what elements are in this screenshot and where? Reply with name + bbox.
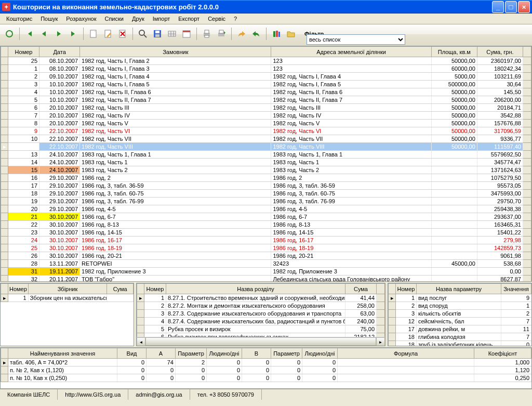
- table-row[interactable]: 1729.10.20071986 год, 3, табл. 36-591986…: [1, 182, 531, 190]
- table-row[interactable]: 720.10.20071982 год, Часть IV1982 год, Ч…: [1, 112, 531, 120]
- table-row[interactable]: 2508.10.20071982 год, Часть I, Глава 212…: [1, 57, 531, 65]
- menubar: КошторисПошукРозрахунокСпискиДрукІмпортЕ…: [0, 14, 532, 24]
- table-row[interactable]: 2630.10.20071986 год, 20-211986 год, 20-…: [1, 252, 531, 260]
- table-row[interactable]: ▸1122.10.20071982 год, Часть VIII1982 го…: [1, 143, 531, 151]
- grid-icon[interactable]: [166, 28, 178, 40]
- minimize-button[interactable]: _: [492, 1, 504, 13]
- table-row[interactable]: 2330.10.20071986 год, 14-151986 год, 14-…: [1, 229, 531, 237]
- table-row[interactable]: 1022.10.20071982 год, Часть VII1982 год,…: [1, 135, 531, 143]
- table-row[interactable]: 3220.11.2007ТОВ "Габро"Лебединська сільс…: [1, 276, 531, 282]
- table-row[interactable]: 1524.10.20071983 год, Часть 21983 год, Ч…: [1, 166, 531, 174]
- table-row[interactable]: 209.10.20071982 год, Часть I, Глава 4198…: [1, 73, 531, 81]
- list-item[interactable]: 12сейсмічність, бал7: [389, 318, 531, 325]
- first-icon[interactable]: [23, 28, 36, 40]
- table-row[interactable]: 922.10.20071982 год, Часть VI1982 год, Ч…: [1, 127, 531, 135]
- menu-Експорт[interactable]: Експорт: [174, 15, 204, 23]
- list-item[interactable]: 48.27.4. Содержание изыскательских баз, …: [137, 318, 385, 325]
- list-item[interactable]: ▸1вид послуг9: [389, 294, 531, 302]
- col-sum[interactable]: Сума, грн.: [477, 47, 523, 57]
- list-item[interactable]: п. № 2, Кав x (1,120)00000001,120: [1, 366, 531, 374]
- list-item[interactable]: ▸18.27.1. Строительство временных зданий…: [137, 294, 385, 302]
- list-item[interactable]: 18зруб із залізобетоних кілець0: [389, 341, 531, 347]
- menu-Розрахунок[interactable]: Розрахунок: [62, 15, 100, 23]
- menu-Пошук[interactable]: Пошук: [36, 15, 62, 23]
- export-icon[interactable]: [250, 28, 262, 40]
- list-item[interactable]: 3кількість обєктів2: [389, 310, 531, 318]
- menu-Імпорт[interactable]: Імпорт: [149, 15, 175, 23]
- menu-?[interactable]: ?: [230, 15, 241, 23]
- scroll-right-icon[interactable]: ►: [376, 337, 385, 346]
- col-date[interactable]: Дата: [39, 47, 80, 57]
- list-item[interactable]: 17довжина рейки, м11: [389, 325, 531, 333]
- table-row[interactable]: 3119.11.20071982 год, Приложение 31982 г…: [1, 268, 531, 276]
- table-row[interactable]: 310.10.20071982 год, Часть I, Глава 5198…: [1, 81, 531, 88]
- table-row[interactable]: 1424.10.20071983 год, Часть 11983 год, Ч…: [1, 159, 531, 166]
- table-row[interactable]: 1929.10.20071986 год, 3, табл. 76-991986…: [1, 198, 531, 205]
- list-item[interactable]: 2вид споруд1: [389, 302, 531, 310]
- main-grid[interactable]: Номер Дата Замовник Адреса земельної діл…: [0, 46, 532, 282]
- sub-grid-collections[interactable]: НомерЗбірникСума ▸1Зборник цен на изыска…: [0, 283, 134, 346]
- svg-rect-17: [276, 31, 278, 37]
- bottom-grid[interactable]: Найменування значенняВидAПараметрЛюдино/…: [0, 347, 532, 389]
- table-row[interactable]: 620.10.20071982 год, Часть III1982 год, …: [1, 104, 531, 112]
- svg-rect-18: [278, 32, 280, 37]
- list-item[interactable]: 28.27.2. Монтаж и демонтаж изыскательско…: [137, 302, 385, 310]
- table-row[interactable]: 2813.11.2007RETOPWEI3242345000,00538,68: [1, 260, 531, 268]
- import-icon[interactable]: [235, 28, 248, 40]
- col-area[interactable]: Площа, кв.м: [431, 47, 477, 57]
- menu-Друк[interactable]: Друк: [128, 15, 149, 23]
- list-item[interactable]: 5Рубка просек и визирок75,00: [137, 325, 385, 333]
- col-customer[interactable]: Замовник: [80, 47, 271, 57]
- status-tel: тел. +3 8050 5970079: [190, 389, 262, 400]
- search-icon[interactable]: [137, 28, 149, 40]
- table-row[interactable]: 2130.10.20071986 год, 6-71986 год, 6-729…: [1, 213, 531, 221]
- list-item[interactable]: ▸1Зборник цен на изыскательские: [1, 294, 134, 302]
- folder-icon[interactable]: [285, 28, 297, 40]
- table-row[interactable]: 2530.10.20071986 год, 18-191986 год, 18-…: [1, 244, 531, 252]
- list-item[interactable]: 38.27.3. Содержание изыскательского обор…: [137, 310, 385, 318]
- col-number[interactable]: Номер: [8, 47, 39, 57]
- status-url[interactable]: http://www.GIS.org.ua: [58, 389, 128, 400]
- menu-Сервіс[interactable]: Сервіс: [204, 15, 230, 23]
- table-row[interactable]: 1829.10.20071986 год, 3, табл. 60-751986…: [1, 190, 531, 198]
- status-company: Компанія ШЕЛС: [0, 389, 58, 400]
- close-button[interactable]: ×: [518, 1, 530, 13]
- status-email[interactable]: admin@gis.org.ua: [128, 389, 190, 400]
- table-row[interactable]: 820.10.20071982 год, Часть V1982 год, Ча…: [1, 120, 531, 127]
- table-row[interactable]: 1324.10.20071983 год, Часть 1, Глава 119…: [1, 151, 531, 159]
- sub-grid-params[interactable]: НомерНазва параметруЗначення ▸1вид послу…: [388, 283, 532, 346]
- table-row[interactable]: 2029.10.20071986 год, 4-51986 год, 4-525…: [1, 205, 531, 213]
- svg-rect-10: [183, 31, 190, 32]
- new-icon[interactable]: [87, 28, 100, 40]
- menu-Кошторис[interactable]: Кошторис: [2, 15, 36, 23]
- last-icon[interactable]: [67, 28, 79, 40]
- list-item[interactable]: п. № 10, Кав x (0,250)00000000,250: [1, 374, 531, 382]
- table-row[interactable]: 2230.10.20071986 год, 8-131986 год, 8-13…: [1, 221, 531, 229]
- maximize-button[interactable]: □: [505, 1, 517, 13]
- col-address[interactable]: Адреса земельної ділянки: [271, 47, 431, 57]
- list-item[interactable]: ▸табл. 406, A = 74,00*2074200001,000: [1, 359, 531, 366]
- table-row[interactable]: 2430.10.20071986 год, 16-171986 год, 16-…: [1, 237, 531, 244]
- scroll-left-icon[interactable]: ◄: [137, 337, 145, 346]
- edit-icon[interactable]: [102, 28, 114, 40]
- svg-point-4: [139, 30, 144, 35]
- menu-Списки[interactable]: Списки: [100, 15, 128, 23]
- list-item[interactable]: 18глибина колодязя7: [389, 333, 531, 341]
- next-icon[interactable]: [52, 28, 65, 40]
- save-icon[interactable]: [151, 28, 164, 40]
- table-row[interactable]: 410.10.20071982 год, Часть II, Глава 619…: [1, 88, 531, 96]
- sub-grid-sections[interactable]: НомерНазва розділуСума ▸18.27.1. Строите…: [136, 283, 385, 346]
- prev-icon[interactable]: [38, 28, 50, 40]
- filter-select[interactable]: весь список: [307, 34, 405, 45]
- print-all-icon[interactable]: [215, 28, 228, 40]
- print-icon[interactable]: [201, 28, 213, 40]
- table-row[interactable]: 108.10.20071982 год, Часть I, Глава 3123…: [1, 65, 531, 73]
- refresh-icon[interactable]: [3, 28, 16, 40]
- books-icon[interactable]: [270, 28, 283, 40]
- titlebar: ✦ Кошториси на виконання земельно-кадаст…: [0, 0, 532, 14]
- calendar-icon[interactable]: [180, 28, 193, 40]
- svg-rect-7: [155, 34, 159, 37]
- delete-icon[interactable]: [116, 28, 129, 40]
- table-row[interactable]: 510.10.20071982 год, Часть II, Глава 719…: [1, 96, 531, 104]
- table-row[interactable]: 1629.10.20071986 год, 21986 год, 2107527…: [1, 174, 531, 182]
